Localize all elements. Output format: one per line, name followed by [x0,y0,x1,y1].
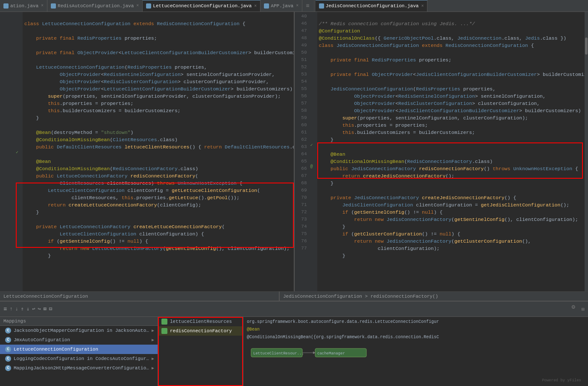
list-icon[interactable]: ≡ [3,306,7,313]
up2-icon[interactable]: ⇑ [21,306,24,312]
down2-icon[interactable]: ⇓ [26,306,29,312]
arrow-icon: ▶ [152,366,154,371]
right-line-numbers: 4046474849505152535455565758596061626364… [295,12,310,291]
breakpoint-marker3: @ [310,164,313,169]
left-code-area[interactable]: ✓ class LettuceConnectionConfiguration e… [0,12,294,291]
redo-icon[interactable]: ↪ [38,306,41,312]
left-gutter: ✓ [15,12,23,291]
app-container: ation.java × RedisAutoConfiguration.java… [0,0,588,386]
bottom-content: Mappings C JacksonObjectMapperConfigurat… [0,317,588,386]
bottom-panel: ≡ ↑ ↓ ⇑ ⇓ ↩ ↪ ⊞ ⊟ ⚙ ⊞ Mappings C [0,301,588,386]
arrow-icon: ▶ [152,337,154,342]
right-editor-pane: 4046474849505152535455565758596061626364… [295,12,588,291]
mapping-icon: C [5,337,11,343]
mapping-icon: C [5,328,11,334]
powered-by-label: Powered by yFiles [542,378,581,383]
mapping-icon: C [5,346,11,352]
mappings-panel: Mappings C JacksonObjectMapperConfigurat… [0,317,158,386]
mapping-label: MappingJackson2HttpMessageConverterConfi… [14,366,152,371]
method-icon [161,328,167,334]
close-icon[interactable]: × [421,4,424,9]
method-label: lettuceClientResources [170,319,232,324]
mapping-item-mappingjackson[interactable]: C MappingJackson2HttpMessageConverterCon… [0,363,158,373]
mapping-item-jackson[interactable]: C JacksonObjectMapperConfiguration in Ja… [0,326,158,335]
tab-icon [264,3,269,9]
tab-label: LettuceConnectionConfiguration.java [153,3,252,9]
left-editor-pane: ✓ class LettuceConnectionConfiguration e… [0,12,295,291]
pane-divider [314,0,315,12]
close-icon[interactable]: × [41,3,44,8]
right-code-area[interactable]: 4046474849505152535455565758596061626364… [295,12,588,291]
info-line-1: org.springframework.boot.autoconfigure.d… [247,319,585,325]
left-line-numbers [0,12,15,291]
mappings-list: C JacksonObjectMapperConfiguration in Ja… [0,326,158,386]
right-code-content[interactable]: /** Redis connection configuration using… [317,12,588,291]
svg-text:LettuceClientResour...: LettuceClientResour... [253,351,304,356]
more-tabs-icon[interactable]: ≡ [302,3,313,9]
tab-app[interactable]: APP.java × [260,0,302,12]
up-icon[interactable]: ↑ [9,306,12,312]
dependency-graph: LettuceClientResour... cacheManager [247,344,585,384]
arrow-icon: ▶ [152,356,154,361]
bottom-toolbar: ≡ ↑ ↓ ⇑ ⇓ ↩ ↪ ⊞ ⊟ ⚙ ⊞ [0,302,588,317]
breakpoint-marker2: ✓ [310,142,313,148]
tab-ation[interactable]: ation.java × [0,0,47,12]
scrollbar-thumb [585,38,588,55]
grid-icon[interactable]: ⊞ [44,306,47,312]
mapping-item-logging[interactable]: C LoggingCodecConfiguration in CodecsAut… [0,354,158,363]
close-icon[interactable]: × [254,4,257,9]
close-icon[interactable]: × [296,3,298,8]
arrow-icon: ▶ [152,328,154,333]
tab-icon [3,3,9,9]
grid2-icon[interactable]: ⊟ [49,306,52,312]
tab-lettuce[interactable]: LettuceConnectionConfiguration.java × [143,0,260,12]
mapping-label: LettuceConnectionConfiguration [14,347,98,352]
right-gutter: ✓ @ [310,12,317,291]
down-icon[interactable]: ↓ [15,306,18,312]
settings-icon[interactable]: ⚙ [572,303,575,311]
tab-icon [319,3,324,9]
breakpoint-marker: ✓ [16,150,18,155]
left-breadcrumb-text: LettuceConnectionConfiguration [3,294,88,299]
right-scrollbar[interactable] [585,12,588,291]
undo-icon[interactable]: ↩ [32,306,35,312]
info-line-3: @ConditionalOnMissingBean({org.springfra… [247,334,585,341]
tab-label: RedisAutoConfiguration.java [58,3,134,9]
method-label: redisConnectionFactory [170,328,232,334]
tab-icon [51,3,56,9]
svg-text:cacheManager: cacheManager [317,351,345,356]
close-icon[interactable]: × [136,3,139,8]
methods-panel: lettuceClientResources redisConnectionFa… [158,317,243,386]
editors-row: ✓ class LettuceConnectionConfiguration e… [0,12,588,291]
mapping-icon: C [5,365,11,371]
method-item-redis-connection[interactable]: redisConnectionFactory [158,326,243,336]
tab-bar: ation.java × RedisAutoConfiguration.java… [0,0,588,12]
method-icon [161,319,167,325]
tab-icon [146,3,151,9]
right-breadcrumb: JedisConnectionConfiguration > redisConn… [280,291,588,301]
tab-label: APP.java [271,3,293,9]
right-breadcrumb-text: JedisConnectionConfiguration > redisConn… [283,294,438,299]
info-line-2: @Bean [247,326,585,333]
info-panel: org.springframework.boot.autoconfigure.d… [243,317,588,386]
mapping-item-lettuce[interactable]: C LettuceConnectionConfiguration [0,345,158,354]
tab-label: ation.java [10,3,38,9]
mapping-label: LoggingCodecConfiguration in CodecsAutoC… [14,356,152,361]
method-item-lettuce-client[interactable]: lettuceClientResources [158,317,243,326]
tab-label: JedisConnectionConfiguration.java [326,3,419,9]
left-breadcrumb: LettuceConnectionConfiguration [0,291,280,301]
mapping-label: JmxAutoConfiguration [14,337,70,342]
mappings-title: Mappings [0,317,158,326]
mapping-item-jmx[interactable]: C JmxAutoConfiguration ▶ [0,335,158,345]
tab-jedis[interactable]: JedisConnectionConfiguration.java × [316,0,428,12]
left-code-content[interactable]: class LettuceConnectionConfiguration ext… [23,12,294,291]
mapping-label: JacksonObjectMapperConfiguration in Jack… [14,328,152,333]
expand-icon[interactable]: ⊞ [582,306,585,312]
tab-redis-auto[interactable]: RedisAutoConfiguration.java × [47,0,143,12]
right-toolbar-icons: ⊞ [582,306,585,312]
mapping-icon: C [5,356,11,362]
graph-area: LettuceClientResour... cacheManager [247,344,585,384]
breadcrumb-bars: LettuceConnectionConfiguration JedisConn… [0,291,588,301]
